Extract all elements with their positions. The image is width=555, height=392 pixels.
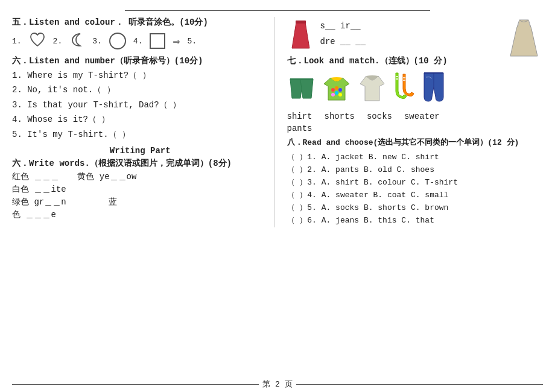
skirt-image [287, 19, 314, 52]
dress-spelling: dre __ __ [320, 35, 366, 49]
section6b-title: 六．Write words.（根据汉语或图片，完成单词）(8分) [12, 158, 268, 169]
shape-number-5: 5. [187, 37, 197, 46]
write-red: 红色 ＿＿＿ [12, 171, 59, 182]
svg-rect-2 [296, 21, 306, 24]
svg-point-7 [338, 88, 342, 92]
section5-title: 五．Listen and colour． 听录音涂色。(10分) [12, 17, 268, 28]
crescent-shape [69, 31, 85, 51]
write-blue-hint: 色 ＿＿＿e [12, 209, 56, 220]
writing-part-label: Writing Part [12, 146, 268, 156]
write-white: 白色 ＿＿ite [12, 184, 66, 195]
sentence-4: 4. Whose is it?（ ） [12, 113, 268, 126]
choice-3: （ ）3. A. shirt B. colour C. T-shirt [287, 177, 544, 189]
svg-point-9 [335, 91, 338, 95]
section8: 八．Read and choose(选出与其它不同类的一个单词）(12 分) （… [287, 137, 544, 227]
skirt-spelling: s__ ir__ [320, 19, 366, 34]
svg-point-10 [338, 93, 342, 96]
svg-point-8 [331, 93, 335, 96]
sentence-1: 1. Where is my T-shirt?（ ） [12, 69, 268, 82]
word-sweater: sweater [404, 112, 440, 121]
word-shorts: shorts [325, 112, 355, 121]
write-yellow: 黄色 ye＿＿ow [77, 171, 136, 182]
jacket-image [357, 73, 387, 106]
section7-title: 七．Look and match.（连线）(10 分) [287, 55, 544, 66]
section6-title: 六．Listen and number（听录音标号）(10分) [12, 55, 268, 66]
sentence-2: 2. No, it's not.（ ） [12, 83, 268, 96]
top-divider [125, 10, 430, 11]
choice-1: （ ）1. A. jacket B. new C. shirt [287, 151, 544, 163]
bottom-right-dash [296, 384, 543, 385]
shape-number-2: 2. [53, 37, 63, 46]
word-shirt: shirt [287, 112, 312, 121]
sentence-5: 5. It's my T-shirt.（ ） [12, 128, 268, 141]
choice-4: （ ）4. A. sweater B. coat C. small [287, 189, 544, 201]
circle-shape [109, 33, 126, 49]
socks-image [392, 72, 416, 106]
section8-title: 八．Read and choose(选出与其它不同类的一个单词）(12 分) [287, 137, 544, 149]
dress-image [507, 17, 541, 59]
sentence-3: 3. Is that your T-shirt, Dad?（ ） [12, 98, 268, 112]
choice-5: （ ）5. A. socks B. shorts C. brown [287, 202, 544, 214]
clothes-images-row [287, 70, 544, 106]
write-green: 绿色 gr＿＿n [12, 197, 66, 207]
shape-number-1: 1. [12, 37, 22, 46]
shape-number-3: 3. [92, 37, 102, 46]
write-words-grid: 红色 ＿＿＿ 黄色 ye＿＿ow 白色 ＿＿ite 绿色 gr＿＿n 蓝 色 ＿… [12, 171, 268, 220]
clothing-words-row: shirt shorts socks sweater [287, 112, 544, 121]
square-shape [150, 33, 165, 49]
shape-number-4: 4. [133, 37, 143, 46]
svg-point-5 [331, 88, 335, 92]
word-pants: pants [287, 124, 312, 133]
choice-6: （ ）6. A. jeans B. this C. that [287, 215, 544, 227]
bottom-left-dash [12, 384, 259, 385]
shapes-row: 1. 2. 3. 4. ⇒ 5. [12, 31, 268, 51]
word-socks: socks [367, 112, 392, 121]
heart-shape [29, 31, 46, 51]
svg-point-6 [335, 86, 338, 90]
shorts-image [287, 74, 316, 106]
write-blue-label: 蓝 [109, 197, 117, 207]
jeans-image [421, 70, 446, 106]
colorful-shirt-image [321, 73, 352, 106]
arrow-shape: ⇒ [173, 34, 180, 49]
page-number: 第 2 页 [262, 379, 292, 390]
choice-2: （ ）2. A. pants B. old C. shoes [287, 164, 544, 176]
